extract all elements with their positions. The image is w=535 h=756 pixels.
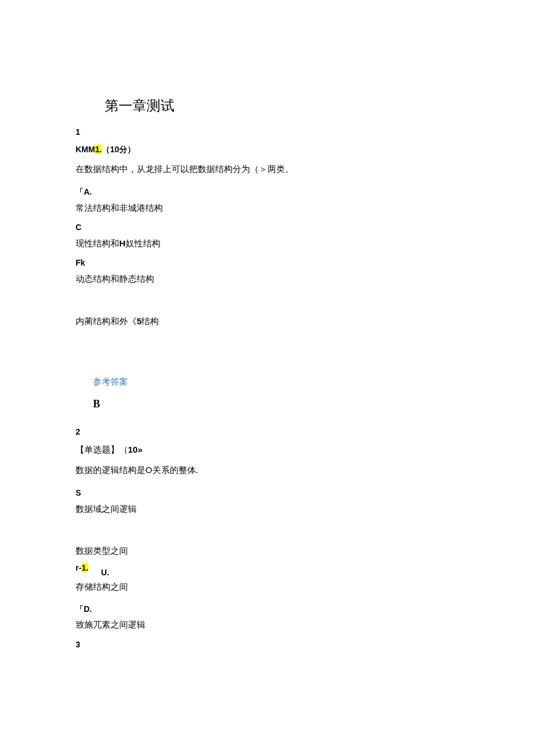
q1-option-d-text: 内蔺结构和外《5结构 <box>76 313 459 330</box>
q1-header-prefix: KMM <box>76 145 95 154</box>
q2-stem-o: O <box>145 465 152 475</box>
q1-option-a-text: 常法结构和非城港结构 <box>76 200 459 217</box>
q2-stem-post: 关系的整体. <box>152 465 198 475</box>
q2-option-a-text: 数据域之间逻辑 <box>76 501 459 518</box>
q1-answer-label: 参考答案 <box>93 374 459 390</box>
q2-r1-hl: 1. <box>81 563 88 572</box>
question-2-number: 2 <box>76 424 459 440</box>
q2-option-b-text: 数据类型之间 <box>76 543 459 560</box>
q1-option-c-text: 动态结构和静态结构 <box>76 271 459 288</box>
q2-header-text: 【单选题】（ <box>76 445 128 454</box>
q2-option-c-label-row: r-1. U. <box>76 563 459 574</box>
q2-r1-pre: r- <box>76 563 81 572</box>
q1-option-c-label: Fk <box>76 255 459 271</box>
q1-header-highlight: 1. <box>95 145 102 154</box>
question-1-header: KMM1.（10分） <box>76 142 459 157</box>
q2-option-c-text: 存储结构之间 <box>76 579 459 596</box>
q1-optB-post: 奴性结构 <box>126 239 160 248</box>
chapter-title: 第一章测试 <box>105 93 459 120</box>
q1-option-b-label: C <box>76 220 459 235</box>
q2-r1-left: r-1. <box>76 563 88 573</box>
q1-optB-pre: 现性结构和 <box>76 239 119 248</box>
question-3-number: 3 <box>76 637 459 653</box>
q1-optD-pre: 内蔺结构和外《 <box>76 317 137 326</box>
q1-optD-post: 结构 <box>141 317 159 326</box>
q2-header-points: 10» <box>128 445 142 454</box>
q2-option-a-label: S <box>76 485 459 501</box>
question-1-number: 1 <box>76 124 459 140</box>
q2-option-d-label: 「D. <box>76 601 459 617</box>
question-2-stem: 数据的逻辑结构是O关系的整体. <box>76 462 459 479</box>
q2-r1-u: U. <box>101 568 109 578</box>
q2-option-d-text: 致施兀素之间逻辑 <box>76 617 459 633</box>
q1-optB-bold: H <box>119 238 126 248</box>
question-2-header: 【单选题】（10» <box>76 442 459 458</box>
q1-answer-value: B <box>93 394 459 414</box>
q1-header-points: （10分） <box>102 145 135 154</box>
q1-option-a-label: 「A. <box>76 184 459 200</box>
question-1-stem: 在数据结构中，从龙排上可以把数据结构分为（＞两类。 <box>76 161 459 178</box>
q2-stem-pre: 数据的逻辑结构是 <box>76 465 145 475</box>
q1-option-b-text: 现性结构和H奴性结构 <box>76 235 459 252</box>
